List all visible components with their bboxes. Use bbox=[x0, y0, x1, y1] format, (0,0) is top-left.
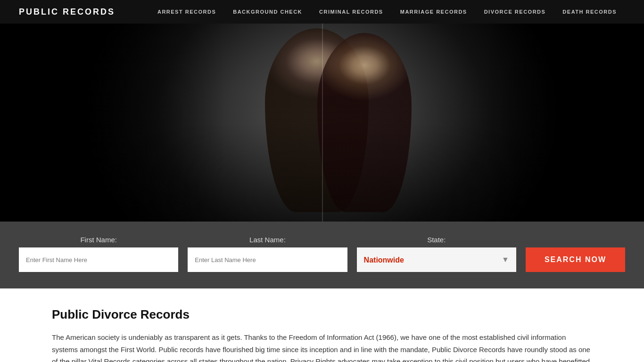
state-select[interactable]: NationwideAlabamaAlaskaArizonaArkansasCa… bbox=[357, 247, 516, 272]
hero-section bbox=[0, 24, 644, 222]
nav-item-arrest-records[interactable]: ARREST RECORDS bbox=[149, 9, 224, 15]
last-name-field: Last Name: bbox=[188, 236, 347, 272]
state-select-wrapper: NationwideAlabamaAlaskaArizonaArkansasCa… bbox=[357, 247, 516, 272]
first-name-label: First Name: bbox=[19, 236, 178, 244]
nav-item-death-records[interactable]: DEATH RECORDS bbox=[554, 9, 625, 15]
content-body: The American society is undeniably as tr… bbox=[52, 331, 592, 362]
nav-item-criminal-records[interactable]: CRIMINAL RECORDS bbox=[311, 9, 392, 15]
site-logo[interactable]: PUBLIC RECORDS bbox=[19, 7, 115, 17]
content-section: Public Divorce Records The American soci… bbox=[0, 288, 644, 362]
header: PUBLIC RECORDS ARREST RECORDSBACKGROUND … bbox=[0, 0, 644, 24]
nav-item-marriage-records[interactable]: MARRIAGE RECORDS bbox=[392, 9, 476, 15]
nav-item-divorce-records[interactable]: DIVORCE RECORDS bbox=[476, 9, 554, 15]
hero-divider bbox=[322, 24, 323, 222]
search-bar: First Name: Last Name: State: Nationwide… bbox=[0, 222, 644, 288]
first-name-field: First Name: bbox=[19, 236, 178, 272]
state-label: State: bbox=[357, 236, 516, 244]
main-nav: ARREST RECORDSBACKGROUND CHECKCRIMINAL R… bbox=[149, 9, 625, 15]
last-name-input[interactable] bbox=[188, 247, 347, 272]
nav-item-background-check[interactable]: BACKGROUND CHECK bbox=[224, 9, 311, 15]
first-name-input[interactable] bbox=[19, 247, 178, 272]
state-field: State: NationwideAlabamaAlaskaArizonaArk… bbox=[357, 236, 516, 272]
search-now-button[interactable]: SEARCH NOW bbox=[526, 247, 625, 272]
content-title: Public Divorce Records bbox=[52, 307, 592, 322]
last-name-label: Last Name: bbox=[188, 236, 347, 244]
